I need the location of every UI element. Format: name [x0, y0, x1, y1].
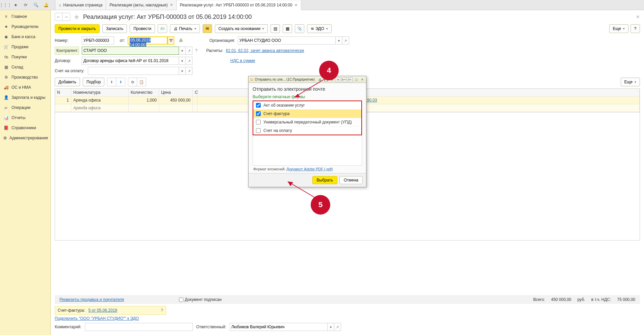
post-and-close-button[interactable]: Провести и закрыть — [55, 24, 100, 33]
open-icon[interactable]: ↗ — [186, 67, 192, 75]
col-s[interactable]: С — [193, 89, 198, 96]
tab-close-icon[interactable]: ✕ — [294, 3, 298, 7]
edo-button[interactable]: ≋ЭДО — [307, 24, 332, 33]
more-button[interactable]: Еще — [609, 24, 628, 33]
move-up-button[interactable]: ⬆ — [107, 78, 116, 86]
print-icon[interactable]: 🖶 — [179, 38, 183, 43]
grid-more-button[interactable]: Еще — [621, 78, 640, 86]
nds-link[interactable]: НДС в сумме — [230, 58, 255, 63]
requisites-link[interactable]: Реквизиты продавца и покупателя — [59, 297, 124, 302]
mem-mplus[interactable]: M+ — [342, 77, 346, 82]
settle-link[interactable]: 62.01, 62.02, зачет аванса автоматически — [226, 48, 304, 53]
list-item[interactable]: Счет на оплату — [253, 127, 361, 135]
sidebar-label: Производство — [11, 75, 38, 80]
sidebar-item-manager[interactable]: ★Руководителю — [0, 22, 50, 32]
bell-icon[interactable]: 🔔 — [43, 2, 49, 8]
structure-button[interactable]: ▦ — [283, 24, 292, 33]
org-input[interactable] — [238, 36, 336, 45]
dtkt-button[interactable]: Ат — [158, 24, 167, 33]
sidebar-item-purchases[interactable]: 🛍Покупки — [0, 52, 50, 62]
tab-close-icon[interactable]: ✕ — [170, 3, 173, 7]
date-input[interactable]: 05.06.2019 14:00:00 — [128, 36, 168, 45]
close-dialog-icon[interactable]: ✕ — [360, 77, 365, 82]
write-button[interactable]: Записать — [102, 24, 127, 33]
calendar-button[interactable]: 📅 — [168, 36, 174, 45]
doc-signed-checkbox[interactable] — [179, 298, 183, 302]
dropdown-icon[interactable]: ▾ — [179, 67, 186, 75]
open-icon[interactable]: ↗ — [186, 47, 192, 55]
sidebar-item-admin[interactable]: ✿Администрирование — [0, 133, 50, 143]
apps-icon[interactable]: ⋮⋮⋮ — [3, 2, 8, 8]
cancel-button[interactable]: Отмена — [339, 176, 363, 184]
cart-icon: 🛒 — [3, 44, 9, 50]
dropdown-icon[interactable]: ▾ — [336, 36, 342, 45]
col-price[interactable]: Цена — [159, 89, 193, 96]
dropdown-icon[interactable]: ▾ — [179, 47, 186, 55]
back-button[interactable]: ← — [55, 13, 62, 21]
open-icon[interactable]: ↗ — [342, 36, 349, 45]
responsible-input[interactable] — [230, 323, 328, 331]
copy-button[interactable]: ⧉ — [128, 78, 137, 86]
list-item[interactable]: Универсальный передаточный документ (УПД… — [253, 118, 361, 127]
item-checkbox[interactable] — [256, 103, 261, 108]
connect-edo-link[interactable]: Подключить "ООО "УРБАН СТУДИО"" к ЭДО — [55, 316, 139, 321]
mem-mminus[interactable]: M- — [348, 77, 353, 82]
col-nomen[interactable]: Номенклатура — [71, 89, 129, 96]
comment-input[interactable] — [85, 323, 193, 331]
number-input[interactable] — [82, 36, 114, 45]
open-icon[interactable]: ↗ — [334, 323, 341, 331]
contract-input[interactable] — [82, 57, 179, 65]
format-link[interactable]: Документ Adobe PDF (.pdf) — [286, 167, 333, 171]
star-icon[interactable]: ★ — [13, 2, 18, 8]
add-row-button[interactable]: Добавить — [55, 78, 80, 86]
sidebar-item-main[interactable]: ≡Главное — [0, 11, 50, 22]
invoice-input[interactable] — [88, 67, 179, 75]
search-icon[interactable]: 🔍 — [33, 2, 38, 8]
sidebar-item-production[interactable]: ⚙Производство — [0, 72, 50, 82]
edo-label: ЭДО — [315, 26, 324, 31]
sidebar-item-sales[interactable]: 🛒Продажи — [0, 42, 50, 52]
help-small-icon[interactable]: ? — [195, 48, 198, 53]
list-button[interactable]: ▤ — [271, 24, 280, 33]
sidebar-item-warehouse[interactable]: ▦Склад — [0, 62, 50, 72]
dropdown-icon[interactable]: ▾ — [328, 323, 334, 331]
sidebar-item-catalogs[interactable]: 📕Справочники — [0, 123, 50, 133]
item-checkbox[interactable] — [256, 120, 261, 124]
col-n[interactable]: N — [55, 89, 71, 96]
list-item[interactable]: Счет-фактура — [253, 110, 361, 118]
list-scroll-area[interactable] — [253, 135, 362, 166]
list-item[interactable]: Акт об оказании услуг — [253, 101, 361, 110]
sidebar-item-operations[interactable]: ДтОперации — [0, 103, 50, 113]
mem-m[interactable]: M — [336, 77, 340, 82]
sf-help-icon[interactable]: ? — [161, 308, 163, 313]
sidebar-item-bank[interactable]: ◉Банк и касса — [0, 32, 50, 42]
favorite-star-icon[interactable]: ★ — [74, 13, 80, 21]
create-based-button[interactable]: Создать на основании — [215, 24, 268, 33]
move-down-button[interactable]: ⬇ — [116, 78, 125, 86]
email-button[interactable]: ✉ — [203, 24, 212, 33]
maximize-icon[interactable]: ▢ — [354, 77, 359, 82]
tab-sales[interactable]: Реализация (акты, накладные) ✕ — [106, 0, 176, 10]
open-icon[interactable]: ↗ — [186, 57, 192, 65]
close-page-icon[interactable]: ✕ — [636, 14, 640, 20]
pick-button[interactable]: Подбор — [83, 78, 104, 86]
forward-button[interactable]: → — [62, 13, 70, 21]
print-button[interactable]: 🖨Печать — [170, 24, 200, 33]
counterparty-input[interactable] — [82, 47, 179, 55]
tab-document[interactable]: Реализация услуг: Акт УРБП-000003 от 05.… — [176, 0, 301, 10]
sidebar-item-hr[interactable]: 👤Зарплата и кадры — [0, 92, 50, 103]
sf-link[interactable]: 5 от 05.06.2019 — [88, 308, 117, 313]
dropdown-icon[interactable]: ▾ — [179, 57, 186, 65]
sidebar-item-assets[interactable]: 🚚ОС и НМА — [0, 82, 50, 92]
item-checkbox[interactable] — [256, 128, 261, 133]
sidebar-item-reports[interactable]: 📊Отчеты — [0, 113, 50, 123]
paste-button[interactable]: 📋 — [137, 78, 146, 86]
cell-price: 450 000,00 — [159, 96, 193, 104]
history-icon[interactable]: ⟳ — [23, 2, 28, 8]
post-button[interactable]: Провести — [130, 24, 155, 33]
tab-home[interactable]: ⌂ Начальная страница — [55, 0, 106, 10]
item-checkbox[interactable] — [256, 111, 261, 116]
attach-button[interactable]: 📎 — [295, 24, 304, 33]
help-button[interactable]: ? — [630, 24, 640, 33]
col-qty[interactable]: Количество — [129, 89, 159, 96]
